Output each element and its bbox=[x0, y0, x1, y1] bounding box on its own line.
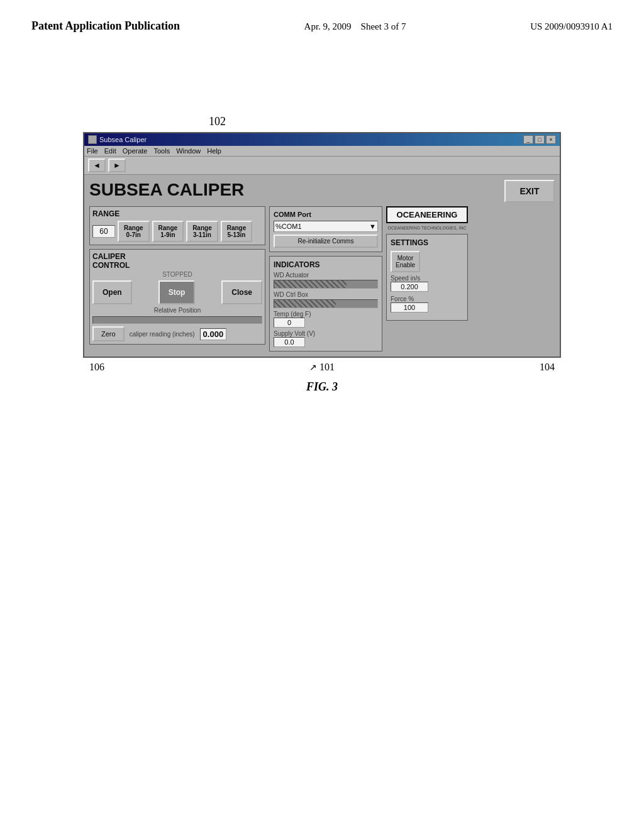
wd-ctrl-box-bar bbox=[274, 299, 378, 308]
speed-value: 0.200 bbox=[391, 282, 428, 292]
indicators-section: INDICATORS WD Actuator WD Ctrl Box bbox=[269, 256, 382, 351]
middle-panel: COMM Port %COM1 ▼ Re-initialize Comms IN… bbox=[269, 206, 382, 351]
wd-actuator-label: WD Actuator bbox=[274, 272, 378, 279]
figure-container: 102 Subsea Caliper _ □ × File Edit Opera… bbox=[83, 115, 561, 394]
zero-row: Zero caliper reading (inches) 0.000 bbox=[92, 326, 262, 341]
ref-104: 104 bbox=[540, 362, 555, 373]
window-controls[interactable]: _ □ × bbox=[523, 135, 556, 144]
wd-actuator-row: WD Actuator bbox=[274, 272, 378, 289]
range-btn-3-11[interactable]: Range3-11in bbox=[186, 221, 218, 242]
menu-edit[interactable]: Edit bbox=[104, 147, 116, 155]
force-row: Force % 100 bbox=[391, 296, 464, 313]
publication-title: Patent Application Publication bbox=[31, 19, 180, 33]
bottom-labels: 106 101 104 bbox=[83, 362, 561, 373]
range-btn-5-13[interactable]: Range5-13in bbox=[221, 221, 253, 242]
menu-window[interactable]: Window bbox=[176, 147, 201, 155]
menu-bar: File Edit Operate Tools Window Help bbox=[84, 146, 560, 157]
range-row: Range0-7in Range1-9in Range3-11in Range5… bbox=[92, 221, 262, 242]
stop-button[interactable]: Stop bbox=[158, 280, 196, 304]
open-button[interactable]: Open bbox=[92, 280, 132, 304]
speed-row: Speed in/s 0.200 bbox=[391, 275, 464, 292]
supply-row: Supply Volt (V) 0.0 bbox=[274, 330, 378, 347]
wd-ctrl-box-fill bbox=[274, 300, 336, 307]
caliper-reading-value: 0.000 bbox=[200, 328, 227, 340]
toolbar-back[interactable]: ◄ bbox=[88, 158, 106, 172]
temp-value: 0 bbox=[274, 318, 305, 328]
page-header: Patent Application Publication Apr. 9, 2… bbox=[0, 0, 644, 40]
wd-ctrl-box-row: WD Ctrl Box bbox=[274, 291, 378, 308]
toolbar-forward[interactable]: ► bbox=[108, 158, 126, 172]
maximize-button[interactable]: □ bbox=[535, 135, 545, 144]
temp-row: Temp (deg F) 0 bbox=[274, 311, 378, 328]
wd-actuator-bar bbox=[274, 280, 378, 289]
app-content: SUBSEA CALIPER EXIT RANGE Range0-7in Ran… bbox=[84, 175, 560, 357]
reinit-button[interactable]: Re-initialize Comms bbox=[274, 235, 378, 248]
exit-button[interactable]: EXIT bbox=[504, 180, 555, 202]
temp-label: Temp (deg F) bbox=[274, 311, 378, 318]
wd-ctrl-box-label: WD Ctrl Box bbox=[274, 291, 378, 298]
caliper-section: CALIPER CONTROL STOPPED Open Stop Close … bbox=[89, 249, 265, 345]
oceaneering-subtitle: OCEANEERING TECHNOLOGIES, INC bbox=[386, 226, 468, 230]
menu-file[interactable]: File bbox=[87, 147, 98, 155]
speed-label: Speed in/s bbox=[391, 275, 464, 282]
close-button[interactable]: Close bbox=[221, 280, 262, 304]
publication-number: US 2009/0093910 A1 bbox=[530, 19, 613, 32]
wd-actuator-fill bbox=[274, 280, 347, 288]
settings-label: SETTINGS bbox=[391, 238, 464, 247]
top-row: SUBSEA CALIPER EXIT bbox=[89, 180, 555, 202]
comm-section: COMM Port %COM1 ▼ Re-initialize Comms bbox=[269, 206, 382, 252]
range-btn-1-9[interactable]: Range1-9in bbox=[152, 221, 184, 242]
main-panels: RANGE Range0-7in Range1-9in Range3-11in … bbox=[89, 206, 555, 351]
window-icon bbox=[88, 135, 97, 144]
figure-label: FIG. 3 bbox=[83, 380, 561, 394]
range-section: RANGE Range0-7in Range1-9in Range3-11in … bbox=[89, 206, 265, 245]
stopped-status: STOPPED bbox=[92, 271, 262, 278]
caliper-controls: Open Stop Close bbox=[92, 280, 262, 304]
menu-tools[interactable]: Tools bbox=[153, 147, 170, 155]
ref-106: 106 bbox=[89, 362, 104, 373]
settings-section: SETTINGS MotorEnable Speed in/s 0.200 Fo… bbox=[386, 234, 468, 321]
comm-label: COMM Port bbox=[274, 211, 378, 218]
range-btn-0-7[interactable]: Range0-7in bbox=[118, 221, 150, 242]
ref-102: 102 bbox=[209, 115, 561, 128]
right-panel: OCEANEERING OCEANEERING TECHNOLOGIES, IN… bbox=[386, 206, 468, 351]
supply-value: 0.0 bbox=[274, 337, 305, 347]
caliper-label: CALIPER CONTROL bbox=[92, 252, 262, 270]
menu-operate[interactable]: Operate bbox=[123, 147, 148, 155]
window-title: Subsea Caliper bbox=[99, 136, 147, 143]
zero-button[interactable]: Zero bbox=[92, 326, 125, 341]
publication-date: Apr. 9, 2009 Sheet 3 of 7 bbox=[304, 19, 406, 32]
title-bar: Subsea Caliper _ □ × bbox=[84, 133, 560, 146]
comm-select[interactable]: %COM1 ▼ bbox=[274, 221, 378, 232]
caliper-reading-label: caliper reading (inches) bbox=[130, 331, 195, 338]
progress-bar bbox=[92, 316, 262, 324]
motor-enable-button[interactable]: MotorEnable bbox=[391, 251, 420, 272]
force-value: 100 bbox=[391, 302, 428, 313]
indicators-label: INDICATORS bbox=[274, 260, 378, 269]
range-label: RANGE bbox=[92, 209, 262, 218]
supply-label: Supply Volt (V) bbox=[274, 330, 378, 337]
software-window: Subsea Caliper _ □ × File Edit Operate T… bbox=[83, 132, 561, 358]
range-input[interactable] bbox=[92, 225, 115, 238]
relative-position-label: Relative Position bbox=[92, 307, 262, 314]
ref-101: 101 bbox=[309, 362, 335, 373]
oceaneering-logo: OCEANEERING bbox=[386, 206, 468, 223]
menu-help[interactable]: Help bbox=[207, 147, 221, 155]
left-panel: RANGE Range0-7in Range1-9in Range3-11in … bbox=[89, 206, 265, 351]
toolbar: ◄ ► bbox=[84, 157, 560, 175]
minimize-button[interactable]: _ bbox=[523, 135, 533, 144]
dropdown-arrow-icon: ▼ bbox=[369, 223, 376, 230]
app-title: SUBSEA CALIPER bbox=[89, 180, 244, 200]
close-button[interactable]: × bbox=[546, 135, 556, 144]
force-label: Force % bbox=[391, 296, 464, 302]
